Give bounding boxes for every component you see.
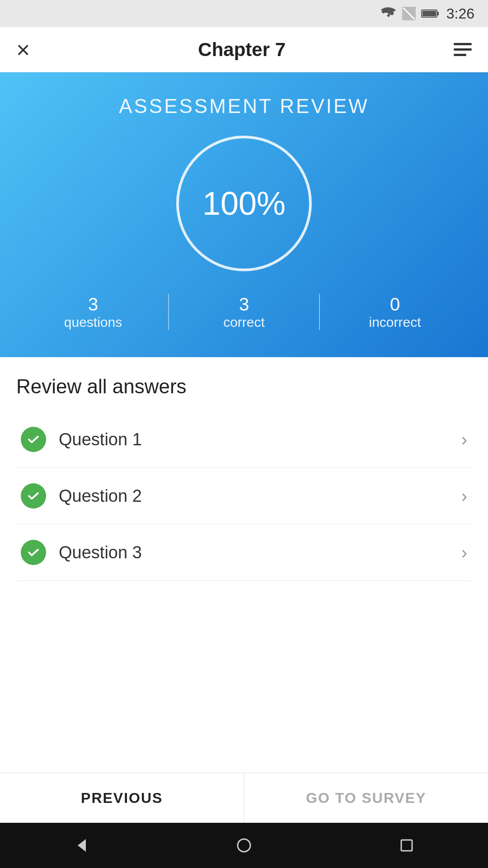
chevron-right-icon-3: › — [461, 542, 467, 563]
signal-icon — [402, 7, 416, 20]
correct-check-icon-1 — [21, 427, 46, 452]
svg-marker-5 — [78, 839, 86, 852]
question-3-label: Question 3 — [59, 543, 142, 562]
correct-label: correct — [223, 315, 265, 330]
status-icons — [380, 7, 439, 20]
review-section: Review all answers Question 1 › Question… — [0, 357, 488, 773]
battery-icon — [421, 9, 439, 19]
recent-icon — [399, 838, 414, 853]
incorrect-count: 0 — [320, 294, 470, 315]
stat-incorrect: 0 incorrect — [320, 294, 470, 330]
review-title: Review all answers — [16, 375, 472, 398]
bottom-bar: PREVIOUS GO TO SURVEY — [0, 773, 488, 823]
stat-correct: 3 correct — [169, 294, 319, 330]
question-item-2[interactable]: Question 2 › — [16, 468, 472, 524]
incorrect-label: incorrect — [369, 315, 421, 330]
question-item-1[interactable]: Question 1 › — [16, 411, 472, 468]
correct-count: 3 — [169, 294, 319, 315]
score-circle: 100% — [176, 136, 312, 271]
menu-button[interactable] — [454, 43, 472, 56]
recent-button[interactable] — [389, 832, 425, 859]
page-title: Chapter 7 — [198, 39, 286, 61]
status-time: 3:26 — [446, 5, 474, 22]
back-icon — [73, 837, 89, 854]
home-button[interactable] — [226, 832, 262, 859]
survey-button[interactable]: GO TO SURVEY — [244, 773, 488, 823]
svg-rect-3 — [437, 12, 439, 15]
stats-row: 3 questions 3 correct 0 incorrect — [18, 294, 470, 330]
chevron-right-icon-2: › — [461, 486, 467, 506]
svg-rect-4 — [422, 11, 436, 16]
questions-label: questions — [64, 315, 122, 330]
correct-check-icon-2 — [21, 483, 46, 509]
hero-section: ASSESSMENT REVIEW 100% 3 questions 3 cor… — [0, 72, 488, 357]
score-percent: 100% — [202, 185, 286, 222]
question-item-3[interactable]: Question 3 › — [16, 524, 472, 581]
stat-questions: 3 questions — [18, 294, 168, 330]
home-icon — [236, 837, 252, 854]
svg-rect-7 — [401, 840, 412, 851]
assessment-review-title: ASSESSMENT REVIEW — [119, 95, 369, 118]
status-bar: 3:26 — [0, 0, 488, 27]
chevron-right-icon-1: › — [461, 429, 467, 450]
close-button[interactable]: × — [16, 38, 30, 61]
back-button[interactable] — [63, 832, 99, 859]
nav-bar: × Chapter 7 — [0, 27, 488, 72]
previous-button[interactable]: PREVIOUS — [0, 773, 244, 823]
svg-point-6 — [238, 839, 250, 852]
android-nav-bar — [0, 823, 488, 868]
correct-check-icon-3 — [21, 540, 46, 565]
question-1-label: Question 1 — [59, 430, 142, 449]
wifi-icon — [380, 7, 397, 20]
questions-count: 3 — [18, 294, 168, 315]
question-2-label: Question 2 — [59, 486, 142, 506]
